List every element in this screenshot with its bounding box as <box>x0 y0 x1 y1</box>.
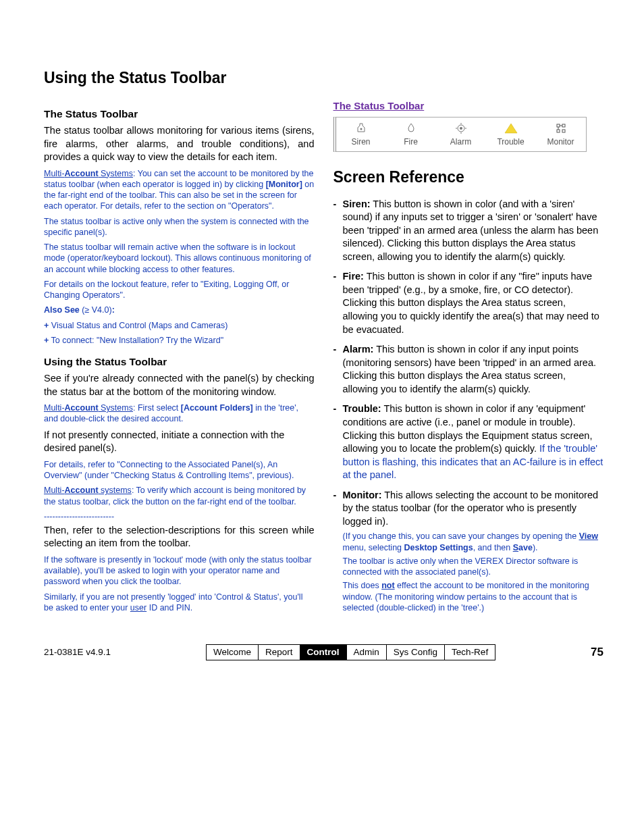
heading-screen-reference: Screen Reference <box>333 167 604 188</box>
monitor-icon <box>536 122 586 135</box>
alarm-icon <box>436 122 486 135</box>
trouble-icon <box>486 122 536 135</box>
body-text: Then, refer to the selection-description… <box>44 524 315 550</box>
ref-item-siren: Siren: This button is shown in color (an… <box>333 198 604 264</box>
tab-sysconfig[interactable]: Sys Config <box>387 645 445 660</box>
toolbar-caption: The Status Toolbar <box>333 99 425 113</box>
toolbar-siren-button[interactable]: Siren <box>336 120 386 149</box>
note-text: For details on the lockout feature, refe… <box>44 279 315 301</box>
svg-point-2 <box>460 127 462 130</box>
tab-welcome[interactable]: Welcome <box>207 645 259 660</box>
heading-status-toolbar: The Status Toolbar <box>44 107 315 122</box>
footer-tabs: Welcome Report Control Admin Sys Config … <box>206 644 495 660</box>
body-text: The status toolbar allows monitoring for… <box>44 124 315 164</box>
right-column: The Status Toolbar Siren Fire <box>333 98 604 620</box>
also-see: Also See (≥ V4.0): <box>44 305 315 315</box>
also-see-link: ++ Visual Status and Control (Maps and C… <box>44 320 315 331</box>
svg-rect-8 <box>562 124 565 127</box>
note-text: Multi-Account systems: To verify which a… <box>44 485 315 507</box>
toolbar-label: Trouble <box>497 137 524 147</box>
note-text: The status toolbar is active only when t… <box>44 216 315 238</box>
status-toolbar-screenshot: Siren Fire Alarm <box>333 117 587 152</box>
note-text: If the software is presently in 'lockout… <box>44 554 315 588</box>
body-text: See if you're already connected with the… <box>44 372 315 398</box>
also-see-link: + To connect: "New Installation? Try the… <box>44 335 315 346</box>
toolbar-alarm-button[interactable]: Alarm <box>436 120 486 149</box>
divider: ------------------------- <box>44 511 315 523</box>
note-text: The status toolbar will remain active wh… <box>44 242 315 275</box>
note-text: For details, refer to "Connecting to the… <box>44 459 315 481</box>
ref-item-alarm: Alarm: This button is shown in color if … <box>333 343 604 396</box>
left-column: The Status Toolbar The status toolbar al… <box>44 98 315 620</box>
svg-point-0 <box>360 128 362 130</box>
doc-id: 21-0381E v4.9.1 <box>44 646 111 658</box>
toolbar-trouble-button[interactable]: Trouble <box>486 120 536 149</box>
siren-icon <box>336 122 386 135</box>
fire-icon <box>386 122 436 135</box>
page-footer: 21-0381E v4.9.1 Welcome Report Control A… <box>44 644 603 660</box>
ref-item-monitor: Monitor: This allows selecting the accou… <box>333 489 604 613</box>
note-text: Multi-Account Systems: First select [Acc… <box>44 402 315 425</box>
svg-rect-9 <box>557 130 560 132</box>
tab-admin[interactable]: Admin <box>347 645 387 660</box>
page-title: Using the Status Toolbar <box>44 68 603 88</box>
ref-item-fire: Fire: This button is shown in color if a… <box>333 270 604 336</box>
note-text: Similarly, if you are not presently 'log… <box>44 592 315 614</box>
tab-report[interactable]: Report <box>259 645 300 660</box>
ref-item-trouble: Trouble: This button is shown in color i… <box>333 402 604 481</box>
body-text: If not presently connected, initiate a c… <box>44 429 315 455</box>
note-text: Multi-Account Systems: You can set the a… <box>44 168 315 212</box>
toolbar-label: Monitor <box>547 137 574 147</box>
toolbar-monitor-button[interactable]: Monitor <box>536 120 586 149</box>
toolbar-label: Fire <box>404 137 418 147</box>
toolbar-label: Alarm <box>450 137 471 147</box>
svg-rect-7 <box>557 124 560 127</box>
svg-rect-10 <box>562 130 565 132</box>
tab-techref[interactable]: Tech-Ref <box>445 645 495 660</box>
page-number: 75 <box>591 645 603 660</box>
toolbar-fire-button[interactable]: Fire <box>386 120 436 149</box>
toolbar-label: Siren <box>351 137 370 147</box>
heading-using-toolbar: Using the Status Toolbar <box>44 355 315 369</box>
tab-control[interactable]: Control <box>300 645 347 660</box>
